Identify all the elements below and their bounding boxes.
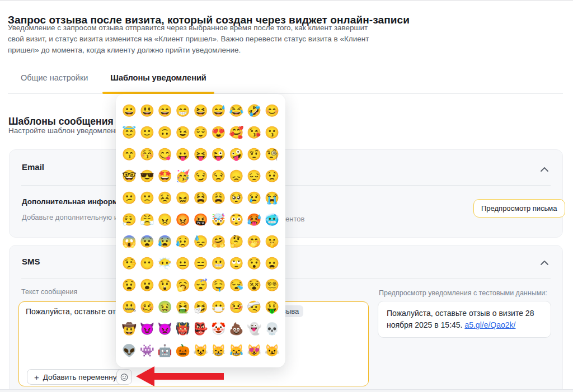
emoji-item[interactable]: 🤥 <box>120 252 138 274</box>
emoji-item[interactable]: 😊 <box>263 100 281 121</box>
emoji-item[interactable]: 😹 <box>227 339 245 361</box>
emoji-item[interactable]: 😫 <box>192 187 210 209</box>
emoji-item[interactable]: 🤒 <box>227 296 245 318</box>
emoji-item[interactable]: 👹 <box>174 318 192 339</box>
emoji-item[interactable]: 😁 <box>174 100 192 121</box>
emoji-item[interactable]: 🤠 <box>120 318 138 339</box>
emoji-item[interactable]: 🙂 <box>138 121 156 143</box>
emoji-item[interactable]: 😋 <box>156 143 174 165</box>
email-collapse-chevron-up-icon[interactable] <box>540 167 549 172</box>
emoji-item[interactable]: 🤬 <box>192 209 210 230</box>
emoji-item[interactable]: 🤓 <box>120 165 138 187</box>
emoji-item[interactable]: 🤤 <box>209 274 227 296</box>
emoji-item[interactable]: 😅 <box>209 100 227 121</box>
emoji-item[interactable]: 😖 <box>174 187 192 209</box>
emoji-item[interactable]: 😂 <box>227 100 245 121</box>
emoji-item[interactable]: 😭 <box>263 187 281 209</box>
emoji-item[interactable]: 🤪 <box>227 143 245 165</box>
emoji-item[interactable]: 😘 <box>245 121 263 143</box>
emoji-item[interactable]: 😍 <box>209 121 227 143</box>
emoji-item[interactable]: 😓 <box>192 230 210 252</box>
emoji-item[interactable]: 😬 <box>209 252 227 274</box>
emoji-item[interactable]: 👽 <box>120 339 138 361</box>
emoji-item[interactable]: 😯 <box>245 252 263 274</box>
emoji-item[interactable]: 😤 <box>138 209 156 230</box>
emoji-item[interactable]: 😉 <box>174 121 192 143</box>
emoji-item[interactable]: 🙃 <box>156 121 174 143</box>
emoji-item[interactable]: 🥵 <box>245 209 263 230</box>
emoji-item[interactable]: 😳 <box>227 209 245 230</box>
emoji-item[interactable]: 😠 <box>156 209 174 230</box>
emoji-item[interactable]: 👻 <box>245 318 263 339</box>
emoji-item[interactable]: 😀 <box>120 100 138 121</box>
emoji-item[interactable]: 🤢 <box>156 296 174 318</box>
emoji-item[interactable]: 😧 <box>120 274 138 296</box>
emoji-item[interactable]: 🤩 <box>156 165 174 187</box>
emoji-item[interactable]: 😞 <box>227 165 245 187</box>
emoji-item[interactable]: 😃 <box>138 100 156 121</box>
emoji-item[interactable]: 😄 <box>156 100 174 121</box>
emoji-item[interactable]: 😎 <box>138 165 156 187</box>
emoji-item[interactable]: 🤭 <box>245 230 263 252</box>
emoji-item[interactable]: 🤡 <box>209 318 227 339</box>
emoji-picker-button[interactable] <box>116 369 132 385</box>
emoji-item[interactable]: 🤑 <box>263 296 281 318</box>
emoji-item[interactable]: 💀 <box>263 318 281 339</box>
emoji-item[interactable]: 🥶 <box>263 209 281 230</box>
emoji-item[interactable]: 😸 <box>209 339 227 361</box>
emoji-item[interactable]: 😦 <box>263 252 281 274</box>
emoji-item[interactable]: 😲 <box>156 274 174 296</box>
add-variable-button[interactable]: + Добавить переменную <box>27 369 130 385</box>
emoji-item[interactable]: 😟 <box>263 165 281 187</box>
emoji-item[interactable]: 🤫 <box>263 230 281 252</box>
emoji-item[interactable]: 🥳 <box>174 165 192 187</box>
emoji-item[interactable]: 😛 <box>174 143 192 165</box>
emoji-item[interactable]: 🤮 <box>174 296 192 318</box>
emoji-item[interactable]: 🤐 <box>120 296 138 318</box>
emoji-item[interactable]: 😌 <box>192 121 210 143</box>
sms-preview-link[interactable]: a5.gl/e/Qao2k/ <box>464 320 515 329</box>
emoji-item[interactable]: 🤧 <box>192 296 210 318</box>
sms-collapse-chevron-up-icon[interactable] <box>540 260 549 266</box>
emoji-item[interactable]: 🙁 <box>138 187 156 209</box>
emoji-item[interactable]: 😮‍💨 <box>120 209 138 230</box>
emoji-item[interactable]: 🤨 <box>245 143 263 165</box>
emoji-item[interactable]: 👿 <box>156 318 174 339</box>
emoji-item[interactable]: 😢 <box>245 187 263 209</box>
emoji-item[interactable]: 🤗 <box>209 230 227 252</box>
emoji-item[interactable]: 😥 <box>174 230 192 252</box>
emoji-item[interactable]: 👾 <box>138 339 156 361</box>
emoji-item[interactable]: 😈 <box>138 318 156 339</box>
emoji-item[interactable]: 😐 <box>174 252 192 274</box>
emoji-item[interactable]: 😼 <box>263 339 281 361</box>
emoji-item[interactable]: 💩 <box>227 318 245 339</box>
emoji-item[interactable]: 😶 <box>138 252 156 274</box>
emoji-item[interactable]: 😻 <box>245 339 263 361</box>
emoji-item[interactable]: 🥱 <box>174 274 192 296</box>
emoji-item[interactable]: 😮 <box>138 274 156 296</box>
emoji-item[interactable]: 😵‍💫 <box>263 274 281 296</box>
emoji-item[interactable]: 😩 <box>209 187 227 209</box>
emoji-item[interactable]: 😆 <box>192 100 210 121</box>
emoji-item[interactable]: 🧐 <box>263 143 281 165</box>
emoji-item[interactable]: 😡 <box>174 209 192 230</box>
emoji-item[interactable]: 😚 <box>138 143 156 165</box>
emoji-item[interactable]: 😏 <box>192 165 210 187</box>
emoji-item[interactable]: 😶‍🌫️ <box>156 252 174 274</box>
emoji-item[interactable]: 😴 <box>192 274 210 296</box>
emoji-item[interactable]: 😕 <box>120 187 138 209</box>
emoji-item[interactable]: 😪 <box>227 274 245 296</box>
emoji-item[interactable]: 😔 <box>245 165 263 187</box>
emoji-item[interactable]: 🥺 <box>227 187 245 209</box>
emoji-item[interactable]: 😰 <box>156 230 174 252</box>
emoji-item[interactable]: 😨 <box>138 230 156 252</box>
emoji-item[interactable]: 😜 <box>209 143 227 165</box>
tab-general-settings[interactable]: Общие настройки <box>21 73 88 82</box>
emoji-item[interactable]: 😵 <box>245 274 263 296</box>
tab-notification-templates[interactable]: Шаблоны уведомлений <box>110 73 206 82</box>
email-preview-button[interactable]: Предпросмотр письма <box>473 199 565 218</box>
emoji-item[interactable]: 😷 <box>209 296 227 318</box>
emoji-item[interactable]: 😺 <box>192 339 210 361</box>
emoji-item[interactable]: 🤕 <box>245 296 263 318</box>
emoji-item[interactable]: 🥰 <box>227 121 245 143</box>
